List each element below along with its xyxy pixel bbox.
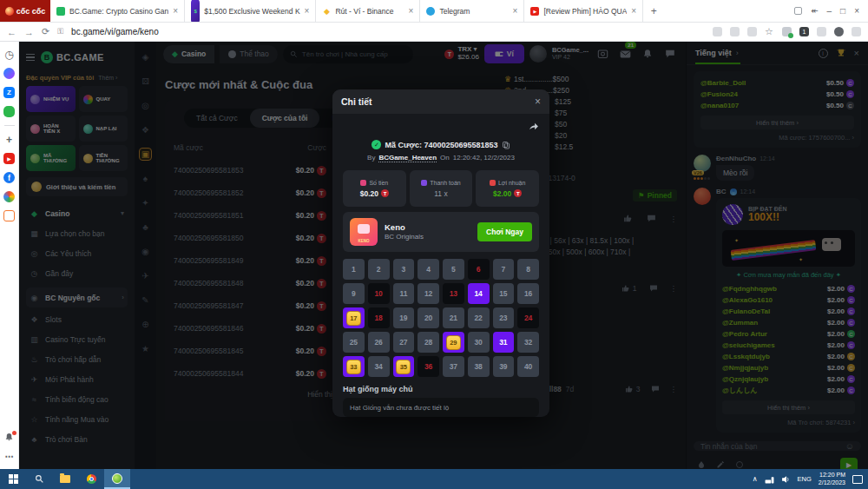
back-button[interactable]: ← xyxy=(7,27,16,37)
rail-more-icon[interactable]: ⋯ xyxy=(3,451,15,462)
reload-button[interactable]: ⟳ xyxy=(42,26,49,37)
apps-icon[interactable] xyxy=(3,191,15,202)
keno-cell[interactable]: 37 xyxy=(443,356,464,377)
keno-cell[interactable]: 22 xyxy=(468,307,490,328)
downloads-tray-icon[interactable] xyxy=(852,27,861,36)
action-center-icon[interactable] xyxy=(852,475,863,484)
history-icon[interactable]: ◷ xyxy=(3,49,15,60)
tab-close-icon[interactable]: × xyxy=(173,6,178,16)
forward-button[interactable]: → xyxy=(24,27,34,37)
messenger-icon[interactable] xyxy=(3,68,15,79)
keno-cell-hit[interactable]: 17 xyxy=(343,307,365,328)
notifications-bell-icon[interactable] xyxy=(3,432,15,443)
zalo-icon[interactable]: Z xyxy=(3,87,15,98)
url-text[interactable]: bc.game/vi/game/keno xyxy=(71,27,159,36)
keno-cell[interactable]: 8 xyxy=(517,259,539,280)
keno-cell[interactable]: 1 xyxy=(343,259,365,280)
keno-cell-drawn[interactable]: 18 xyxy=(368,307,390,328)
chrome-button[interactable] xyxy=(78,469,104,489)
bookmark-star-icon[interactable]: ☆ xyxy=(765,27,774,36)
keno-cell[interactable]: 39 xyxy=(493,356,515,377)
tab-close-icon[interactable]: × xyxy=(513,6,518,16)
keno-cell[interactable]: 11 xyxy=(393,283,415,304)
share-icon[interactable] xyxy=(528,121,539,132)
taskbar-search-button[interactable] xyxy=(26,469,52,489)
browser-tab[interactable]: BC.Game: Crypto Casino Gan× xyxy=(50,0,185,22)
modal-close-button[interactable]: × xyxy=(535,96,541,108)
keno-cell[interactable]: 7 xyxy=(493,259,515,280)
keno-cell[interactable]: 26 xyxy=(368,332,390,353)
keno-cell-drawn[interactable]: 13 xyxy=(443,283,464,304)
download-extension-icon[interactable] xyxy=(730,27,740,36)
keno-cell[interactable]: 12 xyxy=(418,283,439,304)
keno-cell-drawn[interactable]: 6 xyxy=(468,259,490,280)
keno-cell-pick[interactable]: 14 xyxy=(468,283,490,304)
file-explorer-button[interactable] xyxy=(52,469,78,489)
browser-tabbar: cốc cốc BC.Game: Crypto Casino Gan×$$1,5… xyxy=(0,0,868,23)
copy-icon[interactable] xyxy=(502,141,510,149)
puzzle-extensions-icon[interactable] xyxy=(817,27,826,36)
reader-mode-icon[interactable] xyxy=(794,7,802,15)
new-tab-button[interactable]: + xyxy=(643,0,664,22)
keno-cell-drawn[interactable]: 10 xyxy=(368,283,390,304)
keno-cell[interactable]: 19 xyxy=(393,307,415,328)
bet-author-link[interactable]: BCGame_Heaven xyxy=(378,154,437,162)
keno-cell[interactable]: 30 xyxy=(468,332,490,353)
window-minimize-button[interactable]: – xyxy=(827,6,832,16)
games-icon[interactable] xyxy=(3,106,15,117)
keno-cell[interactable]: 5 xyxy=(443,259,464,280)
browser-tab[interactable]: ▶[Review Phim] HÀO QUA× xyxy=(524,0,643,22)
keno-cell-drawn[interactable]: 36 xyxy=(418,356,439,377)
keno-cell[interactable]: 3 xyxy=(393,259,415,280)
keno-game-icon[interactable] xyxy=(350,218,378,246)
keno-cell-hit[interactable]: 29 xyxy=(443,332,464,353)
keno-cell-drawn[interactable]: 24 xyxy=(517,307,539,328)
keno-cell[interactable]: 15 xyxy=(493,283,515,304)
volume-icon[interactable] xyxy=(781,475,791,484)
keno-cell[interactable]: 40 xyxy=(517,356,539,377)
keno-cell[interactable]: 38 xyxy=(468,356,490,377)
keno-cell[interactable]: 28 xyxy=(418,332,439,353)
keno-cell[interactable]: 9 xyxy=(343,283,365,304)
tab-arrow-icon[interactable]: ↞ xyxy=(811,6,818,16)
translate-extension-icon[interactable] xyxy=(747,27,757,36)
keno-cell[interactable]: 20 xyxy=(418,307,439,328)
network-icon[interactable] xyxy=(765,475,774,484)
counter-extension-icon[interactable]: 1 xyxy=(799,27,809,36)
window-maximize-button[interactable]: □ xyxy=(840,6,845,16)
facebook-icon[interactable]: f xyxy=(3,172,15,183)
keno-cell[interactable]: 27 xyxy=(393,332,415,353)
shopping-icon[interactable] xyxy=(3,210,15,221)
keno-cell[interactable]: 2 xyxy=(368,259,390,280)
profile-avatar-icon[interactable] xyxy=(834,27,844,36)
server-seed-field[interactable]: Hạt Giống vẫn chưa được tiết lộ xyxy=(343,398,539,417)
youtube-icon[interactable]: ▶ xyxy=(3,153,15,164)
coccoc-brand[interactable]: cốc cốc xyxy=(0,0,50,22)
keno-cell[interactable]: 4 xyxy=(418,259,439,280)
key-extension-icon[interactable] xyxy=(713,27,722,36)
browser-tab[interactable]: ◆Rút - Ví - Binance× xyxy=(316,0,420,22)
coccoc-button[interactable] xyxy=(104,469,130,489)
keno-cell[interactable]: 25 xyxy=(343,332,365,353)
keno-cell[interactable]: 34 xyxy=(368,356,390,377)
tab-close-icon[interactable]: × xyxy=(305,6,310,16)
keno-cell[interactable]: 16 xyxy=(517,283,539,304)
tab-close-icon[interactable]: × xyxy=(409,6,414,16)
input-language[interactable]: ENG xyxy=(798,475,812,483)
adblock-shield-icon[interactable] xyxy=(782,27,792,36)
browser-tab[interactable]: $$1,500 Exclusive Weekend K× xyxy=(185,0,316,22)
start-button[interactable] xyxy=(0,469,26,489)
window-close-button[interactable]: × xyxy=(854,6,859,16)
keno-cell[interactable]: 32 xyxy=(517,332,539,353)
add-shortcut-button[interactable]: + xyxy=(3,134,15,145)
keno-cell-pick[interactable]: 31 xyxy=(493,332,515,353)
keno-cell[interactable]: 23 xyxy=(493,307,515,328)
play-now-button[interactable]: Chơi Ngay xyxy=(477,222,532,241)
keno-cell[interactable]: 21 xyxy=(443,307,464,328)
tab-close-icon[interactable]: × xyxy=(631,6,636,16)
taskbar-clock[interactable]: 12:20 PM 2/12/2023 xyxy=(819,472,845,487)
keno-cell-hit[interactable]: 35 xyxy=(393,356,415,377)
tray-expand-icon[interactable]: ∧ xyxy=(753,475,758,483)
browser-tab[interactable]: Telegram× xyxy=(420,0,524,22)
keno-cell-hit[interactable]: 33 xyxy=(343,356,365,377)
